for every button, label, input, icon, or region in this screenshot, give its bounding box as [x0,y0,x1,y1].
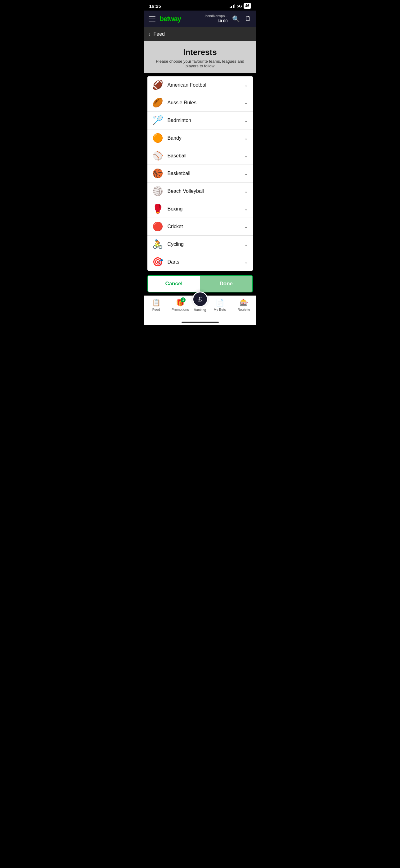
sport-item-bandy[interactable]: 🟠 Bandy ⌄ [147,129,253,147]
promotions-badge-count: 1 [180,298,186,302]
header: betway bendixonspo... £0.00 🔍 🗒 [144,10,256,27]
interests-title: Interests [149,48,251,57]
sports-list: 🏈 American Football ⌄ 🏉 Aussie Rules ⌄ 🏸… [147,76,253,271]
sport-emoji: 🟠 [153,134,163,143]
chevron-down-icon: ⌄ [244,100,248,105]
banking-label: Banking [194,308,206,312]
sport-emoji: 🏉 [153,98,163,107]
status-time: 16:25 [149,3,161,9]
sport-name: Bandy [168,135,181,141]
signal-bars [230,4,235,8]
promotions-label: Promotions [172,308,189,311]
chevron-down-icon: ⌄ [244,189,248,194]
sport-emoji: 🏀 [153,169,163,178]
sport-name: Darts [168,259,179,265]
status-right: 5G 46 [230,3,251,9]
sport-name: Beach Volleyball [168,188,204,194]
chevron-down-icon: ⌄ [244,242,248,247]
account-name: bendixonspo... [205,14,228,18]
sport-item-darts[interactable]: 🎯 Darts ⌄ [147,253,253,271]
chevron-down-icon: ⌄ [244,259,248,265]
sport-item-badminton[interactable]: 🏸 Badminton ⌄ [147,112,253,129]
sport-name: Cycling [168,242,184,247]
tab-roulette[interactable]: 🎰 Roulette [232,299,256,311]
feed-label: Feed [153,308,160,311]
my-bets-label: My Bets [213,308,226,311]
hamburger-menu[interactable] [148,17,156,22]
sport-name: Badminton [168,118,192,123]
roulette-label: Roulette [237,308,250,311]
sport-name: Cricket [168,224,183,229]
header-left: betway [148,15,181,23]
back-button[interactable]: ‹ [148,31,151,37]
sport-emoji: 🏈 [153,81,163,89]
network-type: 5G [237,4,242,8]
sport-item-cricket[interactable]: 🔴 Cricket ⌄ [147,218,253,236]
chevron-down-icon: ⌄ [244,171,248,176]
sport-item-beach-volleyball[interactable]: 🏐 Beach Volleyball ⌄ [147,183,253,200]
done-button[interactable]: Done [200,276,252,292]
battery-icon: 46 [243,3,251,9]
logo: betway [160,15,181,23]
sport-item-boxing[interactable]: 🥊 Boxing ⌄ [147,200,253,218]
tab-banking[interactable]: £ Banking [192,298,208,312]
banking-circle: £ [192,291,208,307]
action-buttons: Cancel Done [147,275,253,292]
sport-name: Aussie Rules [168,100,196,105]
sport-emoji: 🏸 [153,116,163,125]
sport-item-cycling[interactable]: 🚴 Cycling ⌄ [147,236,253,253]
sport-name: Basketball [168,171,191,176]
tab-feed[interactable]: 📋 Feed [144,299,168,311]
sport-emoji: 🎯 [153,258,163,266]
sport-emoji: 🔴 [153,222,163,231]
sport-emoji: 🥊 [153,205,163,213]
sport-item-aussie-rules[interactable]: 🏉 Aussie Rules ⌄ [147,94,253,112]
home-indicator [144,317,256,326]
sport-emoji: 🏐 [153,187,163,195]
sport-name: Baseball [168,153,187,159]
account-info: bendixonspo... £0.00 [205,14,228,24]
cancel-button[interactable]: Cancel [148,276,200,292]
promotions-badge-wrapper: 🎁 1 [176,299,184,307]
sport-emoji: ⚾ [153,152,163,160]
sport-name: Boxing [168,206,183,212]
tab-my-bets[interactable]: 📄 My Bets [208,299,232,311]
tab-promotions[interactable]: 🎁 1 Promotions [168,299,192,311]
betslip-button[interactable]: 🗒 [244,14,252,23]
sport-emoji: 🚴 [153,240,163,249]
back-label: Feed [154,31,165,37]
sport-item-basketball[interactable]: 🏀 Basketball ⌄ [147,165,253,183]
feed-icon: 📋 [152,299,160,307]
roulette-icon: 🎰 [240,299,248,307]
chevron-down-icon: ⌄ [244,136,248,141]
sport-item-american-football[interactable]: 🏈 American Football ⌄ [147,76,253,94]
sport-name: American Football [168,82,208,88]
back-bar: ‹ Feed [144,27,256,41]
chevron-down-icon: ⌄ [244,118,248,123]
chevron-down-icon: ⌄ [244,153,248,158]
sport-item-baseball[interactable]: ⚾ Baseball ⌄ [147,147,253,165]
account-balance: £0.00 [205,18,228,24]
interests-subtitle: Please choose your favourite teams, leag… [149,59,251,68]
status-bar: 16:25 5G 46 [144,0,256,10]
my-bets-icon: 📄 [216,299,224,307]
search-button[interactable]: 🔍 [232,14,240,23]
interests-header: Interests Please choose your favourite t… [144,41,256,73]
chevron-down-icon: ⌄ [244,83,248,88]
chevron-down-icon: ⌄ [244,207,248,211]
header-right: bendixonspo... £0.00 🔍 🗒 [205,14,252,24]
bottom-tab-bar: 📋 Feed 🎁 1 Promotions £ Banking 📄 My Bet… [144,296,256,317]
chevron-down-icon: ⌄ [244,224,248,229]
